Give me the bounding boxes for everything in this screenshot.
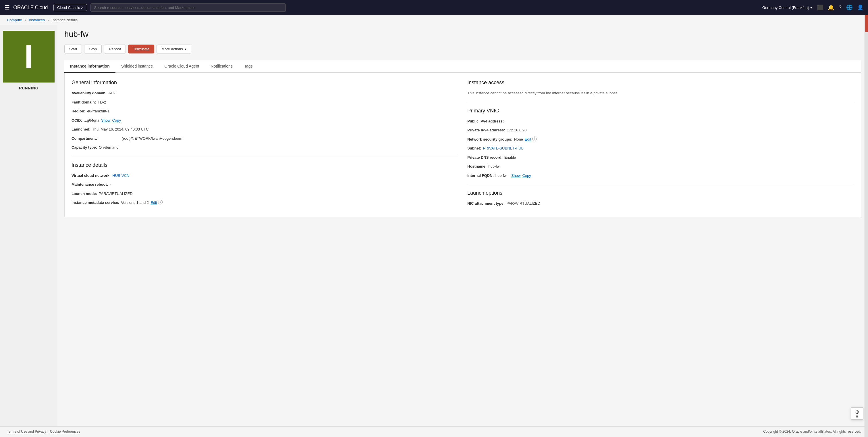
instance-thumbnail-bar xyxy=(26,45,31,68)
field-hostname: Hostname: hub-fw xyxy=(467,164,854,169)
breadcrumb: Compute › Instances › Instance details xyxy=(0,15,868,25)
field-private-dns: Private DNS record: Enable xyxy=(467,155,854,161)
instance-access-heading: Instance access xyxy=(467,80,854,86)
right-panel: hub-fw Start Stop Reboot Terminate More … xyxy=(57,25,868,426)
compartment-indent xyxy=(99,136,122,141)
tab-instance-information[interactable]: Instance information xyxy=(64,60,116,73)
globe-icon[interactable]: 🌐 xyxy=(846,4,852,11)
field-nic-attachment: NIC attachment type: PARAVIRTUALIZED xyxy=(467,201,854,206)
private-ipv4-label: Private IPv4 address: xyxy=(467,127,505,133)
more-actions-button[interactable]: More actions ▾ xyxy=(157,45,191,54)
reboot-button[interactable]: Reboot xyxy=(104,45,126,54)
metadata-service-label: Instance metadata service: xyxy=(71,200,119,206)
stop-button[interactable]: Stop xyxy=(84,45,102,54)
cookie-preferences-link[interactable]: Cookie Preferences xyxy=(50,430,80,434)
field-internal-fqdn: Internal FQDN: hub-fw... Show Copy xyxy=(467,173,854,178)
terminal-icon[interactable]: ⬛ xyxy=(817,4,823,11)
tab-shielded-instance[interactable]: Shielded instance xyxy=(116,60,159,73)
field-maintenance-reboot: Maintenance reboot: - xyxy=(71,182,458,187)
launch-mode-label: Launch mode: xyxy=(71,191,97,197)
region-selector[interactable]: Germany Central (Frankfurt) ▾ xyxy=(762,5,812,10)
field-nsg: Network security groups: None Edit i xyxy=(467,137,854,142)
metadata-info-icon[interactable]: i xyxy=(158,200,162,204)
nsg-label: Network security groups: xyxy=(467,137,513,142)
field-private-ipv4: Private IPv4 address: 172.16.0.20 xyxy=(467,127,854,133)
breadcrumb-compute-link[interactable]: Compute xyxy=(7,18,22,22)
field-fault-domain: Fault domain: FD-2 xyxy=(71,99,458,105)
help-widget[interactable]: ⊕ ⠿ xyxy=(851,407,863,420)
tab-oracle-cloud-agent[interactable]: Oracle Cloud Agent xyxy=(159,60,205,73)
nic-attachment-label: NIC attachment type: xyxy=(467,201,505,206)
instance-thumbnail xyxy=(3,31,55,83)
fault-domain-label: Fault domain: xyxy=(71,99,96,105)
compartment-label: Compartment: xyxy=(71,136,97,141)
section-divider-3 xyxy=(467,184,854,184)
primary-vnic-heading: Primary VNIC xyxy=(467,108,854,114)
nic-attachment-value: PARAVIRTUALIZED xyxy=(506,201,540,206)
search-input[interactable] xyxy=(91,3,286,12)
footer-left: Terms of Use and Privacy Cookie Preferen… xyxy=(7,430,80,434)
private-ipv4-value: 172.16.0.20 xyxy=(507,127,527,133)
more-actions-label: More actions xyxy=(161,47,183,51)
nsg-value: None xyxy=(514,137,523,142)
top-navigation: ☰ ORACLE Cloud Cloud Classic > Germany C… xyxy=(0,0,868,15)
field-launch-mode: Launch mode: PARAVIRTUALIZED xyxy=(71,191,458,197)
vcn-link[interactable]: HUB-VCN xyxy=(112,173,129,178)
fqdn-show-link[interactable]: Show xyxy=(511,173,521,178)
private-dns-label: Private DNS record: xyxy=(467,155,503,161)
section-divider-2 xyxy=(467,102,854,102)
ocid-copy-link[interactable]: Copy xyxy=(112,118,121,123)
capacity-type-label: Capacity type: xyxy=(71,145,97,150)
footer: Terms of Use and Privacy Cookie Preferen… xyxy=(0,426,868,436)
instance-details-heading: Instance details xyxy=(71,162,458,168)
hamburger-menu-icon[interactable]: ☰ xyxy=(5,4,10,11)
general-information-heading: General information xyxy=(71,80,458,86)
field-availability-domain: Availability domain: AD-1 xyxy=(71,90,458,96)
internal-fqdn-value: hub-fw... xyxy=(495,173,509,178)
main-container: RUNNING hub-fw Start Stop Reboot Termina… xyxy=(0,25,868,426)
hostname-value: hub-fw xyxy=(488,164,499,169)
section-divider-1 xyxy=(71,156,458,156)
terms-link[interactable]: Terms of Use and Privacy xyxy=(7,430,46,434)
ocid-value: ...g64qna xyxy=(84,118,99,123)
availability-domain-value: AD-1 xyxy=(108,90,117,96)
compartment-value: (root)/NETWORK/IwanHoogendoorn xyxy=(122,136,182,141)
field-capacity-type: Capacity type: On-demand xyxy=(71,145,458,150)
metadata-service-value: Versions 1 and 2 xyxy=(121,200,149,206)
left-column: General information Availability domain:… xyxy=(71,80,458,210)
tab-notifications[interactable]: Notifications xyxy=(205,60,239,73)
user-avatar-icon[interactable]: 👤 xyxy=(857,4,863,11)
ocid-show-link[interactable]: Show xyxy=(101,118,111,123)
fqdn-copy-link[interactable]: Copy xyxy=(522,173,531,178)
field-region: Region: eu-frankfurt-1 xyxy=(71,108,458,114)
tab-bar: Instance information Shielded instance O… xyxy=(64,60,861,73)
terminate-button[interactable]: Terminate xyxy=(128,45,154,54)
launch-options-heading: Launch options xyxy=(467,190,854,196)
availability-domain-label: Availability domain: xyxy=(71,90,106,96)
tab-content-instance-information: General information Availability domain:… xyxy=(64,73,861,217)
nav-right-icons: Germany Central (Frankfurt) ▾ ⬛ 🔔 ? 🌐 👤 xyxy=(762,4,863,11)
breadcrumb-instances-link[interactable]: Instances xyxy=(29,18,45,22)
help-icon[interactable]: ? xyxy=(839,5,842,11)
nsg-info-icon[interactable]: i xyxy=(532,137,537,141)
tab-tags[interactable]: Tags xyxy=(239,60,258,73)
subnet-link[interactable]: PRIVATE-SUBNET-HUB xyxy=(483,145,524,151)
footer-copyright: Copyright © 2024, Oracle and/or its affi… xyxy=(763,430,861,434)
region-label: Germany Central (Frankfurt) xyxy=(762,5,809,10)
nsg-edit-link[interactable]: Edit xyxy=(525,137,531,142)
internal-fqdn-label: Internal FQDN: xyxy=(467,173,494,178)
field-launched: Launched: Thu, May 16, 2024, 09:40:33 UT… xyxy=(71,126,458,132)
cloud-classic-button[interactable]: Cloud Classic > xyxy=(54,4,87,11)
metadata-edit-link[interactable]: Edit xyxy=(151,200,157,206)
bell-icon[interactable]: 🔔 xyxy=(828,4,834,11)
start-button[interactable]: Start xyxy=(64,45,82,54)
help-dots-icon: ⠿ xyxy=(856,415,858,418)
capacity-type-value: On-demand xyxy=(99,145,119,150)
field-compartment: Compartment: (root)/NETWORK/IwanHoogendo… xyxy=(71,136,458,141)
scrollbar-thumb xyxy=(865,15,868,32)
launch-mode-value: PARAVIRTUALIZED xyxy=(99,191,133,197)
private-dns-value: Enable xyxy=(504,155,516,161)
launched-label: Launched: xyxy=(71,126,91,132)
scrollbar[interactable] xyxy=(865,15,868,436)
region-field-value: eu-frankfurt-1 xyxy=(87,108,110,114)
